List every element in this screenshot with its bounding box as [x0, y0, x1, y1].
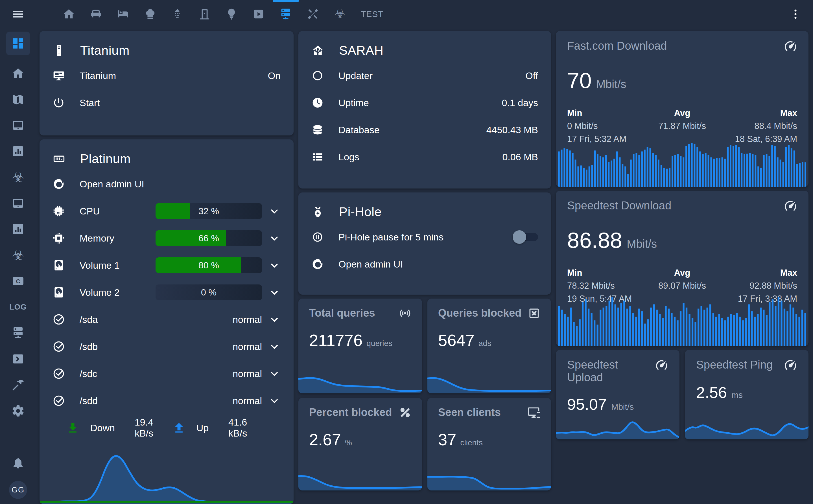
- card-title: Pi-Hole: [339, 205, 382, 219]
- cpu-row[interactable]: CPU 32 %: [40, 198, 293, 225]
- sidebar-item-chart-1[interactable]: [6, 143, 30, 159]
- sidebar-item-dashboard[interactable]: [6, 32, 30, 55]
- shower-icon: [171, 8, 184, 21]
- stat-unit: queries: [366, 339, 392, 348]
- entity-row-start[interactable]: Start: [40, 89, 293, 116]
- max-value: 88.4 Mbit/s: [720, 121, 797, 131]
- tab-test[interactable]: TEST: [353, 0, 391, 28]
- card-title: Titanium: [80, 43, 130, 58]
- down-label: Down: [90, 422, 115, 433]
- card-header: Pi-Hole: [298, 192, 551, 223]
- stat-unit: ads: [479, 339, 491, 348]
- current-value: 70: [567, 68, 592, 93]
- percent-blocked-card: Percent blocked 2.67%: [298, 398, 422, 490]
- updater-row[interactable]: Updater Off: [298, 62, 551, 89]
- max-label: Max: [720, 108, 797, 118]
- nas-icon: [52, 152, 65, 165]
- speedtest-download-history-chart: [558, 296, 807, 346]
- disk-row-sda[interactable]: /sda normal: [40, 306, 293, 333]
- sidebar-item-developer-tools[interactable]: [6, 377, 30, 393]
- volume1-row[interactable]: Volume 1 80 %: [40, 252, 293, 279]
- disk-row-sdd[interactable]: /sdd normal: [40, 387, 293, 414]
- sidebar-item-notifications[interactable]: [6, 455, 30, 471]
- min-avg-max: Min0 Mbit/s17 Fri, 5:32 AM Avg71.87 Mbit…: [567, 108, 797, 144]
- menu-icon[interactable]: [11, 7, 25, 21]
- disk-label: /sdb: [80, 341, 98, 352]
- tab-home[interactable]: [55, 0, 82, 28]
- speedtest-download-card: Speedtest Download 86.88Mbit/s Min78.32 …: [556, 191, 808, 346]
- speedometer-icon: [784, 40, 797, 53]
- overflow-menu-icon[interactable]: [789, 8, 802, 20]
- entity-row-titanium[interactable]: Titanium On: [40, 62, 293, 89]
- database-label: Database: [338, 124, 380, 135]
- sidebar-item-biohazard-1[interactable]: ☣: [6, 169, 30, 185]
- pihole-pause-toggle[interactable]: [514, 233, 538, 242]
- sidebar-item-tablet-1[interactable]: [6, 117, 30, 133]
- sidebar-item-biohazard-2[interactable]: ☣: [6, 247, 30, 263]
- tab-media[interactable]: [245, 0, 272, 28]
- sidebar-item-logs[interactable]: LOG: [6, 299, 30, 315]
- tab-bathroom[interactable]: [164, 0, 191, 28]
- download-icon: [67, 422, 79, 434]
- tab-network-active[interactable]: [272, 0, 299, 28]
- tablet-icon: [11, 196, 25, 210]
- sofa-icon: [89, 8, 102, 21]
- sidebar: ☣ ☣ C LOG GG: [0, 28, 36, 504]
- open-admin-ui-row[interactable]: Open admin UI: [40, 170, 293, 198]
- min-label: Min: [567, 108, 644, 118]
- sidebar-item-chart-2[interactable]: [6, 221, 30, 237]
- pihole-pause-row[interactable]: Pi-Hole pause for 5 mins: [298, 223, 551, 251]
- cpu-value: 32 %: [155, 203, 262, 219]
- platinum-card: Platinum Open admin UI CPU 32 % Memory 6…: [40, 139, 293, 504]
- sidebar-item-settings[interactable]: [6, 403, 30, 419]
- card-title: Platinum: [80, 152, 131, 166]
- sidebar-item-tablet-2[interactable]: [6, 195, 30, 211]
- speedometer-icon: [784, 358, 797, 372]
- stat-value: 5647: [438, 331, 475, 350]
- queries-blocked-card: Queries blocked 5647ads: [428, 299, 551, 393]
- volume2-value: 0 %: [155, 284, 262, 300]
- volume1-label: Volume 1: [80, 260, 120, 271]
- memory-label: Memory: [80, 233, 114, 244]
- chevron-down-icon[interactable]: [268, 395, 280, 407]
- tab-living-room[interactable]: [82, 0, 109, 28]
- chevron-down-icon[interactable]: [268, 286, 280, 299]
- start-button-label: Start: [80, 97, 100, 108]
- chevron-down-icon[interactable]: [268, 205, 280, 217]
- chevron-down-icon[interactable]: [268, 313, 280, 326]
- disk-label: /sda: [80, 314, 98, 325]
- tab-lights[interactable]: [218, 0, 245, 28]
- open-admin-ui-row[interactable]: Open admin UI: [298, 251, 551, 278]
- logs-row[interactable]: Logs 0.06 MB: [298, 143, 551, 170]
- tab-kitchen[interactable]: [137, 0, 164, 28]
- firefox-icon: [311, 258, 324, 270]
- chevron-down-icon[interactable]: [268, 232, 280, 244]
- tab-bedroom[interactable]: [109, 0, 137, 28]
- biohazard-icon: ☣: [12, 248, 24, 262]
- volume2-row[interactable]: Volume 2 0 %: [40, 279, 293, 306]
- gear-icon: [11, 404, 25, 418]
- sidebar-item-network[interactable]: [6, 325, 30, 341]
- entity-state: On: [268, 70, 280, 81]
- chevron-down-icon[interactable]: [268, 340, 280, 353]
- user-avatar[interactable]: GG: [9, 481, 27, 499]
- sidebar-item-map[interactable]: [6, 91, 30, 107]
- chevron-down-icon[interactable]: [268, 259, 280, 271]
- card-title: Speedtest Download: [567, 199, 671, 212]
- uptime-row[interactable]: Uptime 0.1 days: [298, 89, 551, 116]
- chevron-down-icon[interactable]: [268, 367, 280, 380]
- tab-doors[interactable]: [191, 0, 218, 28]
- memory-value: 66 %: [155, 230, 262, 246]
- memory-row[interactable]: Memory 66 %: [40, 225, 293, 252]
- disk-row-sdc[interactable]: /sdc normal: [40, 360, 293, 387]
- sidebar-item-terminal[interactable]: [6, 351, 30, 367]
- stat-unit: %: [345, 438, 352, 447]
- stat-value: 2.67: [309, 430, 341, 449]
- disk-row-sdb[interactable]: /sdb normal: [40, 333, 293, 360]
- tab-tools[interactable]: [299, 0, 326, 28]
- database-row[interactable]: Database 4450.43 MB: [298, 116, 551, 143]
- tab-biohazard[interactable]: ☣: [326, 0, 353, 28]
- sidebar-item-c-badge[interactable]: C: [6, 273, 30, 289]
- sidebar-item-home[interactable]: [6, 65, 30, 81]
- chart-box-icon: [11, 222, 25, 236]
